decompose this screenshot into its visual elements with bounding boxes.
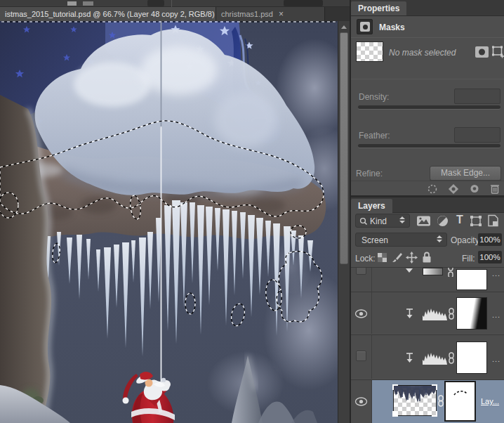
refine-label: Refine:	[356, 169, 383, 178]
row-menu-dots[interactable]: ...	[492, 355, 500, 363]
density-value-field[interactable]	[454, 89, 500, 104]
toggle-mask-eye-icon[interactable]	[468, 184, 481, 193]
selection-corner	[432, 384, 437, 390]
clipping-mask-icon	[405, 268, 413, 273]
lock-paint-brush-icon[interactable]	[391, 252, 403, 263]
tabbar-filler	[325, 7, 350, 21]
filter-adjustment-layers-icon[interactable]	[437, 215, 449, 227]
blend-mode-value: Screen	[362, 235, 388, 245]
density-slider[interactable]	[358, 105, 500, 109]
layer-name[interactable]: Lay...	[481, 397, 499, 405]
layers-tab-strip: Layers	[351, 197, 504, 213]
layer-mask-thumbnail[interactable]	[456, 269, 487, 290]
layer-row-levels-1[interactable]: ...	[351, 292, 504, 334]
add-vector-mask-icon[interactable]	[491, 45, 504, 59]
levels-adjustment-icon[interactable]	[423, 307, 447, 320]
scroll-up-icon[interactable]	[341, 25, 347, 29]
eye-icon[interactable]	[354, 309, 368, 318]
masks-icon	[357, 19, 373, 34]
link-mask-icon	[437, 395, 444, 407]
row-menu-dots[interactable]: ...	[492, 269, 500, 278]
opacity-label: Opacity:	[451, 235, 482, 245]
options-fragment	[67, 1, 77, 6]
masks-icon-dot	[363, 25, 368, 30]
dropdown-arrows-icon	[437, 235, 443, 242]
layer-mask-thumbnail[interactable]	[456, 341, 487, 374]
apply-mask-icon[interactable]	[447, 183, 460, 195]
layer-thumbnail-icicles	[394, 386, 436, 415]
link-mask-icon	[447, 268, 454, 277]
opacity-value[interactable]: 100%	[478, 233, 502, 246]
clipping-mask-icon	[405, 308, 414, 320]
layer-row-partial[interactable]: ...	[351, 267, 504, 292]
row-menu-dots[interactable]: ...	[492, 311, 500, 319]
selection-corner	[432, 411, 437, 417]
canvas-artwork	[0, 21, 338, 423]
lock-transparency-icon[interactable]	[377, 252, 387, 263]
link-mask-icon	[448, 308, 455, 320]
density-label: Density:	[359, 92, 389, 102]
visibility-cell[interactable]	[351, 292, 372, 334]
add-pixel-mask-icon[interactable]	[475, 45, 490, 59]
photoshop-window: { "window": { "tab1": { "title": "istmas…	[0, 0, 504, 423]
tab-layers[interactable]: Layers	[351, 199, 392, 213]
filter-pixel-layers-icon[interactable]	[416, 215, 431, 227]
gradient-adjustment-thumbnail[interactable]	[423, 268, 443, 275]
fill-value[interactable]: 100%	[478, 251, 502, 263]
lock-all-padlock-icon[interactable]	[422, 251, 432, 263]
layer-row-levels-2[interactable]: ...	[351, 334, 504, 379]
mask-edge-button[interactable]: Mask Edge...	[430, 166, 501, 181]
delete-mask-trash-icon[interactable]	[489, 183, 500, 195]
properties-tab-strip: Properties	[351, 0, 504, 16]
levels-adjustment-icon[interactable]	[423, 351, 447, 365]
close-icon[interactable]: ×	[279, 10, 284, 18]
options-fragment	[147, 0, 164, 6]
layer-row-selected[interactable]: Lay...	[351, 379, 504, 423]
link-mask-icon	[448, 352, 455, 364]
layer-mask-thumbnail-selected[interactable]	[444, 381, 476, 422]
visibility-cell[interactable]	[351, 268, 372, 292]
clipping-mask-icon	[405, 352, 414, 364]
dropdown-arrows-icon	[399, 216, 406, 223]
mask-preview-thumbnail	[356, 41, 383, 62]
lock-position-move-icon[interactable]	[406, 252, 418, 263]
visibility-cell[interactable]	[351, 380, 372, 423]
filter-smart-object-icon[interactable]	[487, 214, 499, 228]
options-bar	[0, 0, 350, 7]
lock-label: Lock:	[355, 254, 376, 263]
mask-status-text: No mask selected	[389, 48, 456, 58]
visibility-checkbox[interactable]	[356, 267, 366, 275]
scrollbar-thumb[interactable]	[340, 32, 348, 264]
feather-label: Feather:	[359, 131, 390, 141]
selection-from-mask-icon[interactable]	[427, 183, 438, 195]
filter-type-layers-icon[interactable]: T	[454, 214, 465, 226]
canvas-viewport[interactable]	[0, 21, 338, 423]
hat-pom	[123, 398, 129, 404]
layer-thumbnail[interactable]	[393, 385, 437, 416]
filter-kind-label: Kind	[370, 216, 387, 226]
properties-footer	[351, 181, 504, 195]
gradient-mask-thumbnail[interactable]	[456, 297, 487, 330]
fill-label: Fill:	[462, 254, 475, 263]
visibility-cell[interactable]	[351, 335, 372, 379]
blend-mode-dropdown[interactable]: Screen	[355, 233, 447, 247]
visibility-checkbox[interactable]	[356, 351, 366, 361]
search-icon	[359, 217, 368, 226]
divider	[351, 79, 504, 79]
feather-slider[interactable]	[358, 144, 500, 148]
eye-icon[interactable]	[354, 397, 368, 406]
document-tabbar: istmas_2015_tutorial.psd @ 66.7% (Layer …	[0, 7, 350, 21]
document-title: istmas_2015_tutorial.psd @ 66.7% (Layer …	[5, 10, 216, 18]
tab-document-active[interactable]: istmas_2015_tutorial.psd @ 66.7% (Layer …	[0, 7, 216, 21]
tab-document-inactive[interactable]: christmas1.psd ×	[216, 7, 325, 21]
selection-corner	[392, 411, 398, 417]
filter-shape-layers-icon[interactable]	[470, 215, 482, 227]
options-fragment	[83, 1, 93, 6]
panels-column: Properties Masks No mask selected Densit…	[351, 0, 504, 423]
options-fragment	[284, 0, 323, 6]
feather-value-field[interactable]	[454, 127, 500, 143]
tab-properties[interactable]: Properties	[351, 1, 406, 15]
layer-filter-kind-dropdown[interactable]: Kind	[355, 214, 410, 228]
vertical-scrollbar[interactable]	[338, 21, 350, 423]
selection-corner	[392, 384, 398, 390]
